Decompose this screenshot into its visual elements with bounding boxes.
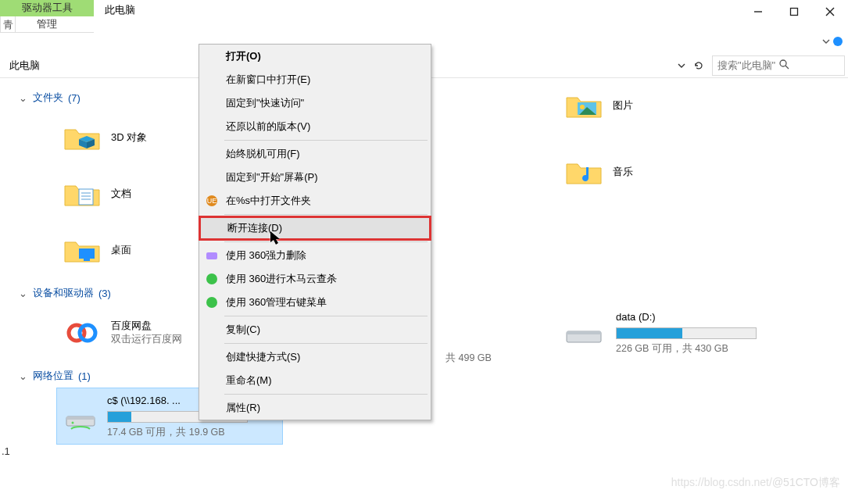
ctx-label: 在%s中打开文件夹 xyxy=(226,194,311,208)
ctx-copy[interactable]: 复制(C) xyxy=(199,318,431,341)
svg-rect-10 xyxy=(79,189,93,205)
ctx-label: 属性(R) xyxy=(226,401,260,415)
capacity-text: 17.4 GB 可用，共 19.9 GB xyxy=(107,425,248,440)
ctx-label: 在新窗口中打开(E) xyxy=(226,73,310,87)
ctx-label: 重命名(M) xyxy=(226,374,272,388)
360-icon xyxy=(205,248,219,263)
ctx-label: 使用 360进行木马云查杀 xyxy=(226,272,337,286)
svg-rect-15 xyxy=(84,259,90,261)
group-header-network[interactable]: ⌄ 网络位置 (1) xyxy=(17,369,848,383)
separator xyxy=(224,316,428,316)
context-menu: 打开(O) 在新窗口中打开(E) 固定到"快速访问" 还原以前的版本(V) 始终… xyxy=(199,44,431,420)
ribbon-char-left: 青 xyxy=(0,16,16,33)
svg-marker-31 xyxy=(270,231,280,245)
ctx-pin-quick-access[interactable]: 固定到"快速访问" xyxy=(199,91,431,115)
chevron-down-icon xyxy=(821,37,831,46)
ribbon-tab-drive-tools[interactable]: 驱动器工具 xyxy=(0,0,94,16)
ctx-label: 始终脱机可用(F) xyxy=(226,147,300,161)
svg-point-17 xyxy=(80,325,95,341)
watermark: https://blog.csdn.net/@51CTO博客 xyxy=(671,476,840,490)
ctx-open-in-ultraedit[interactable]: UE 在%s中打开文件夹 xyxy=(199,189,431,213)
title-bar: 驱动器工具 管理 此电脑 xyxy=(0,0,848,33)
window-title: 此电脑 xyxy=(94,0,146,20)
folder-tile-music[interactable]: 音乐 xyxy=(563,144,757,200)
ctx-properties[interactable]: 属性(R) xyxy=(199,396,431,420)
ctx-label: 打开(O) xyxy=(226,49,261,63)
ctx-label: 复制(C) xyxy=(226,323,260,337)
svg-point-22 xyxy=(580,105,585,109)
ctx-open-new-window[interactable]: 在新窗口中打开(E) xyxy=(199,68,431,91)
separator xyxy=(224,394,428,395)
group-count: (3) xyxy=(98,288,111,299)
address-dropdown[interactable] xyxy=(673,55,690,76)
chevron-down-icon: ⌄ xyxy=(17,370,28,382)
ctx-restore-previous[interactable]: 还原以前的版本(V) xyxy=(199,115,431,138)
footer-left-text: .1 xyxy=(2,445,10,457)
separator xyxy=(224,140,428,141)
folder-icon xyxy=(61,176,103,212)
ultraedit-icon: UE xyxy=(205,194,219,208)
search-icon xyxy=(778,59,839,72)
ctx-open[interactable]: 打开(O) xyxy=(199,45,431,68)
refresh-button[interactable] xyxy=(690,55,707,76)
group-header-label: 文件夹 xyxy=(33,91,63,105)
svg-point-4 xyxy=(833,37,843,46)
folder-icon xyxy=(61,232,103,268)
group-header-label: 网络位置 xyxy=(33,369,73,383)
capacity-fill xyxy=(617,328,682,338)
folder-icon xyxy=(563,154,605,190)
tile-label: 文档 xyxy=(111,188,131,201)
group-count: (7) xyxy=(68,92,81,104)
svg-point-20 xyxy=(72,421,74,424)
drive-tile-d[interactable]: data (D:) 226 GB 可用，共 430 GB xyxy=(563,309,757,356)
baidu-icon xyxy=(61,315,103,351)
360-icon xyxy=(205,295,219,309)
ctx-label: 固定到"开始"屏幕(P) xyxy=(226,170,318,184)
svg-line-2 xyxy=(826,8,834,16)
mouse-cursor-icon xyxy=(270,231,281,245)
search-box[interactable]: 搜索"此电脑" xyxy=(712,55,845,76)
tile-label: 桌面 xyxy=(111,244,131,257)
ctx-pin-start[interactable]: 固定到"开始"屏幕(P) xyxy=(199,166,431,189)
svg-rect-25 xyxy=(567,331,601,334)
right-column: 图片 音乐 data (D:) 226 GB 可用，共 430 GB xyxy=(563,83,757,356)
tile-label: 音乐 xyxy=(613,166,633,179)
network-drive-icon xyxy=(63,401,98,432)
tile-title: 百度网盘 xyxy=(111,320,182,333)
ctx-label: 固定到"快速访问" xyxy=(226,96,304,110)
tile-label: 3D 对象 xyxy=(111,131,147,145)
drive-icon xyxy=(563,319,605,347)
drive-title: data (D:) xyxy=(616,309,757,325)
ctx-rename[interactable]: 重命名(M) xyxy=(199,369,431,392)
drive-c-size-text: 共 499 GB xyxy=(445,352,492,365)
folder-tile-pictures[interactable]: 图片 xyxy=(563,83,757,128)
ctx-always-offline[interactable]: 始终脱机可用(F) xyxy=(199,142,431,166)
minimize-button[interactable] xyxy=(740,0,776,23)
ctx-360-delete[interactable]: 使用 360强力删除 xyxy=(199,244,431,267)
svg-rect-19 xyxy=(66,416,95,420)
chevron-down-icon: ⌄ xyxy=(17,288,28,299)
ctx-create-shortcut[interactable]: 创建快捷方式(S) xyxy=(199,345,431,369)
ctx-disconnect[interactable]: 断开连接(D) xyxy=(199,216,431,240)
group-header-label: 设备和驱动器 xyxy=(33,286,94,300)
ctx-360-menu[interactable]: 使用 360管理右键菜单 xyxy=(199,291,431,314)
separator xyxy=(224,343,428,344)
svg-rect-28 xyxy=(206,252,217,259)
close-button[interactable] xyxy=(812,0,848,23)
ribbon-expand-control[interactable] xyxy=(821,36,843,47)
svg-line-6 xyxy=(785,66,789,69)
ctx-label: 使用 360强力删除 xyxy=(226,248,306,263)
breadcrumb[interactable]: 此电脑 xyxy=(3,55,46,76)
folder-icon xyxy=(563,88,605,123)
maximize-button[interactable] xyxy=(776,0,812,23)
separator xyxy=(224,214,428,215)
ctx-360-scan[interactable]: 使用 360进行木马云查杀 xyxy=(199,267,431,291)
chevron-down-icon xyxy=(678,62,685,70)
capacity-bar xyxy=(616,327,757,339)
svg-point-29 xyxy=(206,273,217,284)
ctx-label: 使用 360管理右键菜单 xyxy=(226,295,327,309)
capacity-text: 226 GB 可用，共 430 GB xyxy=(616,341,757,356)
refresh-icon xyxy=(693,60,704,71)
help-circle-icon xyxy=(832,36,843,47)
svg-point-30 xyxy=(206,297,217,308)
